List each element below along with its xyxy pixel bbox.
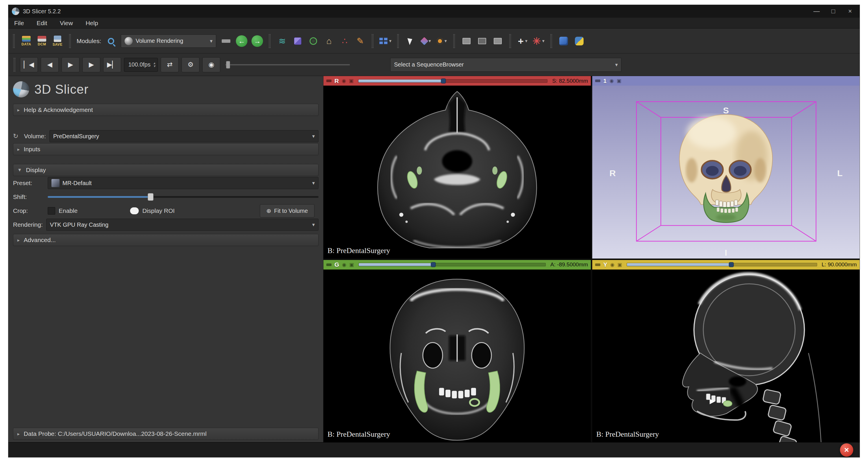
advanced-section[interactable]: ▸ Advanced...: [13, 234, 318, 246]
green-slice-controller[interactable]: G ◉ ▣ A: -89.5000mm: [323, 260, 591, 269]
dicom-button[interactable]: DCM: [36, 33, 48, 50]
frame-slider[interactable]: [225, 60, 350, 69]
annotation-button[interactable]: ✎: [354, 33, 366, 50]
pin-icon[interactable]: [326, 263, 332, 266]
visibility-eye-icon[interactable]: ◉: [610, 78, 614, 83]
fit-to-volume-button[interactable]: ⊕ Fit to Volume: [260, 204, 314, 218]
volumes-module-button[interactable]: [308, 33, 319, 50]
first-frame-button[interactable]: ▏◀: [20, 57, 38, 72]
crosshair-icon: +: [518, 36, 524, 46]
crop-enable-checkbox[interactable]: [48, 207, 55, 214]
module-selector-combobox[interactable]: Volume Rendering ▾: [121, 34, 216, 48]
restore-view-button[interactable]: [492, 33, 503, 50]
save-button[interactable]: SAVE: [52, 33, 63, 50]
slice-offset-slider[interactable]: [627, 262, 817, 267]
toolbar-grip[interactable]: [453, 34, 455, 48]
data-probe-section[interactable]: ▸ Data Probe: C:/Users/USUARIO/Downloa..…: [13, 428, 318, 440]
spin-down-icon[interactable]: ▾: [153, 65, 156, 68]
crosshair-button[interactable]: + ▾: [517, 33, 528, 50]
view-layout-icon[interactable]: ▣: [349, 262, 354, 267]
slice-intersections-button[interactable]: ✳ ▾: [532, 33, 545, 50]
slider-handle[interactable]: [148, 193, 153, 201]
load-data-button[interactable]: DATA: [21, 33, 32, 50]
visibility-eye-icon[interactable]: ◉: [342, 78, 346, 83]
slider-handle[interactable]: [226, 61, 230, 68]
module-history-button[interactable]: ≋: [276, 33, 288, 50]
toolbar-grip[interactable]: [69, 34, 71, 48]
data-module-button[interactable]: [292, 33, 304, 50]
red-slice-canvas[interactable]: B: PreDentalSurgery: [323, 86, 591, 259]
record-button[interactable]: ◉: [202, 57, 220, 72]
slider-handle[interactable]: [441, 78, 446, 83]
home-module-button[interactable]: ⌂: [323, 33, 335, 50]
screenshot-button[interactable]: [461, 33, 472, 50]
layout-selector-button[interactable]: ▾: [379, 33, 391, 50]
menu-edit[interactable]: Edit: [37, 20, 47, 27]
red-slice-controller[interactable]: R ◉ ▣ S: 82.5000mm: [323, 76, 591, 86]
yellow-slice-controller[interactable]: Y ◉ ▣ L: 90.0000mm: [592, 260, 860, 269]
toolbar-grip[interactable]: [13, 58, 15, 72]
sequence-options-button[interactable]: ⚙: [182, 57, 199, 72]
yellow-slice-canvas[interactable]: B: PreDentalSurgery: [592, 269, 860, 442]
threeD-canvas[interactable]: S R L I: [592, 86, 860, 259]
notification-close-button[interactable]: ×: [840, 443, 853, 457]
module-search-button[interactable]: [105, 33, 117, 50]
view-layout-icon[interactable]: ▣: [617, 78, 621, 83]
view-layout-icon[interactable]: ▣: [349, 78, 353, 83]
spinbox-arrows[interactable]: ▴ ▾: [153, 62, 156, 68]
toolbar-grip[interactable]: [550, 34, 552, 48]
layout-grid-icon: [379, 37, 388, 44]
module-back-button[interactable]: ←: [236, 35, 247, 47]
loop-button[interactable]: ⇄: [161, 57, 179, 72]
scene-view-icon: [478, 38, 486, 44]
green-slice-canvas[interactable]: B: PreDentalSurgery: [323, 269, 591, 442]
rendering-combobox[interactable]: VTK GPU Ray Casting ▾: [46, 219, 318, 231]
close-button[interactable]: ×: [842, 5, 859, 18]
slice-offset-slider[interactable]: [359, 262, 546, 267]
transform-mode-button[interactable]: ▾: [420, 33, 432, 50]
threeD-view-controller[interactable]: 1 ◉ ▣: [592, 76, 860, 86]
title-bar[interactable]: 3D Slicer 5.2.2 — □ ×: [8, 5, 860, 18]
toolbar-grip[interactable]: [397, 34, 399, 48]
last-frame-button[interactable]: ▶▏: [103, 57, 121, 72]
python-console-button[interactable]: [574, 33, 585, 50]
preset-combobox[interactable]: MR-Default ▾: [48, 177, 318, 189]
slider-handle[interactable]: [431, 262, 436, 267]
play-button[interactable]: ▶: [62, 57, 80, 72]
inputs-section[interactable]: ▸ Inputs: [13, 143, 318, 155]
pin-icon[interactable]: [595, 80, 600, 82]
previous-frame-button[interactable]: ◀: [41, 57, 59, 72]
menu-help[interactable]: Help: [86, 20, 98, 27]
visibility-eye-icon[interactable]: ◉: [342, 262, 346, 267]
menu-view[interactable]: View: [60, 20, 73, 27]
module-panel-toggle-button[interactable]: [220, 33, 232, 50]
toolbar-grip[interactable]: [509, 34, 511, 48]
maximize-button[interactable]: □: [825, 5, 842, 18]
volume-combobox[interactable]: PreDentalSurgery ▾: [50, 130, 318, 142]
display-section[interactable]: ▼ Display: [13, 164, 318, 176]
toolbar-grip[interactable]: [13, 34, 15, 48]
place-point-button[interactable]: ▾: [436, 33, 447, 50]
sequence-browser-combobox[interactable]: Select a SequenceBrowser ▾: [390, 58, 621, 72]
fps-spinbox[interactable]: 100.0fps ▴ ▾: [124, 58, 158, 72]
cursor-icon: [407, 37, 414, 45]
scene-view-button[interactable]: [476, 33, 488, 50]
visibility-eye-icon[interactable]: ◉: [610, 262, 615, 267]
sample-data-button[interactable]: ∴: [339, 33, 350, 50]
mouse-mode-button[interactable]: [405, 33, 416, 50]
module-forward-button[interactable]: →: [251, 35, 263, 47]
help-acknowledgement-section[interactable]: ▸ Help & Acknowledgement: [13, 104, 318, 116]
pin-icon[interactable]: [326, 80, 332, 82]
toolbar-grip[interactable]: [372, 34, 373, 48]
minimize-button[interactable]: —: [808, 5, 825, 18]
extensions-manager-button[interactable]: [558, 33, 569, 50]
next-frame-button[interactable]: ▶: [82, 57, 100, 72]
slider-handle[interactable]: [729, 262, 734, 267]
toolbar-grip[interactable]: [269, 34, 271, 48]
slice-offset-slider[interactable]: [358, 78, 548, 84]
view-layout-icon[interactable]: ▣: [617, 262, 622, 267]
shift-slider[interactable]: [48, 193, 318, 201]
menu-file[interactable]: File: [14, 20, 24, 27]
pin-icon[interactable]: [595, 263, 600, 266]
display-roi-checkbox[interactable]: [130, 207, 139, 214]
